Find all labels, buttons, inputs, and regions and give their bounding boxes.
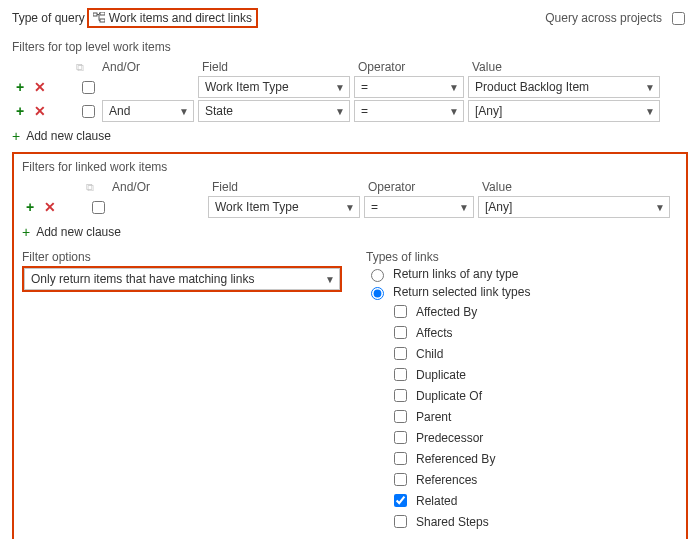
add-new-clause-link[interactable]: + Add new clause [22, 224, 678, 240]
tree-icon [93, 12, 105, 24]
clause-row: + ✕ Work Item Type▼ =▼ [Any]▼ [22, 196, 678, 218]
type-of-query-label: Type of query [12, 11, 85, 25]
chevron-down-icon: ▼ [655, 202, 665, 213]
chevron-down-icon: ▼ [335, 82, 345, 93]
field-dropdown[interactable]: State▼ [198, 100, 350, 122]
chevron-down-icon: ▼ [335, 106, 345, 117]
link-type-checkbox[interactable] [394, 368, 407, 381]
header-andor: And/Or [102, 60, 202, 74]
link-type-label: Duplicate Of [416, 389, 482, 403]
link-type-label: Referenced By [416, 452, 495, 466]
chevron-down-icon: ▼ [449, 106, 459, 117]
header-operator: Operator [368, 180, 482, 194]
link-type-label: Duplicate [416, 368, 466, 382]
link-type-label: Related [416, 494, 457, 508]
plus-icon: + [12, 128, 20, 144]
svg-rect-0 [93, 13, 97, 16]
query-type-value: Work items and direct links [109, 11, 252, 25]
link-type-checkbox[interactable] [394, 305, 407, 318]
add-clause-button[interactable]: + [12, 103, 28, 119]
value-dropdown[interactable]: [Any]▼ [468, 100, 660, 122]
link-type-label: Parent [416, 410, 451, 424]
chevron-down-icon: ▼ [179, 106, 189, 117]
link-type-label: Shared Steps [416, 515, 489, 529]
operator-dropdown[interactable]: =▼ [354, 100, 464, 122]
field-dropdown[interactable]: Work Item Type▼ [208, 196, 360, 218]
chevron-down-icon: ▼ [345, 202, 355, 213]
header-operator: Operator [358, 60, 472, 74]
query-across-checkbox[interactable] [672, 12, 685, 25]
linked-filters-title: Filters for linked work items [22, 160, 678, 174]
radio-any-type[interactable] [371, 269, 384, 282]
chevron-down-icon: ▼ [645, 106, 655, 117]
radio-selected-types[interactable] [371, 287, 384, 300]
link-type-checkbox[interactable] [394, 347, 407, 360]
andor-dropdown[interactable]: And▼ [102, 100, 194, 122]
link-type-label: Predecessor [416, 431, 483, 445]
group-icon: ⧉ [76, 61, 84, 73]
remove-clause-button[interactable]: ✕ [32, 103, 48, 119]
clause-checkbox[interactable] [92, 201, 105, 214]
group-icon: ⧉ [86, 181, 94, 193]
link-type-label: Child [416, 347, 443, 361]
link-type-checkbox[interactable] [394, 515, 407, 528]
link-type-row: Parent [390, 407, 678, 426]
clause-checkbox[interactable] [82, 105, 95, 118]
header-field: Field [202, 60, 358, 74]
link-type-row: Affected By [390, 302, 678, 321]
top-filters-title: Filters for top level work items [12, 40, 688, 54]
clause-row: + ✕ And▼ State▼ =▼ [Any]▼ [12, 100, 688, 122]
query-type-selector[interactable]: Work items and direct links [87, 8, 258, 28]
chevron-down-icon: ▼ [449, 82, 459, 93]
value-dropdown[interactable]: Product Backlog Item▼ [468, 76, 660, 98]
link-types-title: Types of links [366, 250, 678, 264]
link-type-row: Affects [390, 323, 678, 342]
operator-dropdown[interactable]: =▼ [354, 76, 464, 98]
filter-options-dropdown[interactable]: Only return items that have matching lin… [24, 268, 340, 290]
plus-icon: + [22, 224, 30, 240]
svg-rect-2 [100, 19, 105, 22]
link-type-checkbox[interactable] [394, 431, 407, 444]
link-type-checkbox[interactable] [394, 389, 407, 402]
field-dropdown[interactable]: Work Item Type▼ [198, 76, 350, 98]
link-type-checkbox[interactable] [394, 452, 407, 465]
link-type-row: Predecessor [390, 428, 678, 447]
svg-rect-1 [100, 12, 105, 15]
chevron-down-icon: ▼ [459, 202, 469, 213]
clause-row: + ✕ Work Item Type▼ =▼ Product Backlog I… [12, 76, 688, 98]
link-type-row: Child [390, 344, 678, 363]
chevron-down-icon: ▼ [325, 274, 335, 285]
link-type-row: Related [390, 491, 678, 510]
query-across-label: Query across projects [545, 11, 662, 25]
radio-sel-label: Return selected link types [393, 285, 530, 299]
link-type-label: Affects [416, 326, 452, 340]
filter-options-title: Filter options [22, 250, 342, 264]
link-type-row: Duplicate Of [390, 386, 678, 405]
value-dropdown[interactable]: [Any]▼ [478, 196, 670, 218]
add-clause-button[interactable]: + [22, 199, 38, 215]
add-new-clause-link[interactable]: + Add new clause [12, 128, 688, 144]
chevron-down-icon: ▼ [645, 82, 655, 93]
remove-clause-button[interactable]: ✕ [42, 199, 58, 215]
link-type-row: Referenced By [390, 449, 678, 468]
link-type-checkbox[interactable] [394, 326, 407, 339]
link-type-checkbox[interactable] [394, 494, 407, 507]
operator-dropdown[interactable]: =▼ [364, 196, 474, 218]
header-value: Value [472, 60, 668, 74]
link-type-row: Duplicate [390, 365, 678, 384]
link-type-row: References [390, 470, 678, 489]
clause-checkbox[interactable] [82, 81, 95, 94]
link-type-label: References [416, 473, 477, 487]
remove-clause-button[interactable]: ✕ [32, 79, 48, 95]
header-field: Field [212, 180, 368, 194]
add-clause-button[interactable]: + [12, 79, 28, 95]
header-value: Value [482, 180, 678, 194]
link-type-label: Affected By [416, 305, 477, 319]
header-andor: And/Or [112, 180, 212, 194]
link-type-checkbox[interactable] [394, 473, 407, 486]
link-type-checkbox[interactable] [394, 410, 407, 423]
link-type-row: Shared Steps [390, 512, 678, 531]
radio-any-label: Return links of any type [393, 267, 518, 281]
